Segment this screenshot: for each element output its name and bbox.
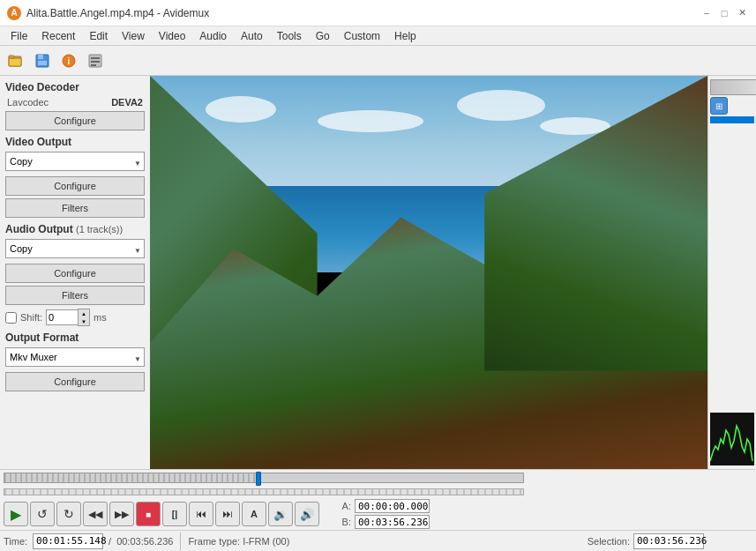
mark-in-button[interactable]: [| bbox=[162, 502, 187, 526]
play-button[interactable]: ▶ bbox=[4, 502, 28, 526]
shift-down-button[interactable]: ▼ bbox=[79, 317, 89, 325]
format-select[interactable]: Mkv Muxer MP4 Muxer AVI Muxer bbox=[5, 347, 145, 367]
mini-progress-bar[interactable] bbox=[710, 79, 756, 95]
left-panel: Video Decoder Lavcodec DEVA2 Configure V… bbox=[0, 76, 150, 469]
a-point-row: A: 00:00:00.000 bbox=[335, 499, 529, 513]
a-label: A: bbox=[335, 501, 351, 511]
audio-filters-button[interactable]: Filters bbox=[5, 286, 145, 305]
shift-spinner: ▲ ▼ bbox=[46, 309, 90, 326]
menu-audio[interactable]: Audio bbox=[192, 26, 234, 46]
timeline-row-1 bbox=[0, 470, 756, 486]
vol-down-button[interactable]: 🔉 bbox=[268, 502, 293, 526]
lavcodec-label: Lavcodec bbox=[7, 97, 49, 108]
audio-output-select[interactable]: Copy AAC MP3 AC3 bbox=[5, 239, 145, 258]
video-area bbox=[150, 76, 707, 469]
transport-controls: ▶ ↺ ↻ ◀◀ ▶▶ ■ [| ⏮ ⏭ A 🔉 🔊 bbox=[0, 498, 756, 530]
save-icon bbox=[34, 53, 50, 69]
cloud3 bbox=[457, 90, 545, 121]
b-time-display: 00:03:56.236 bbox=[355, 515, 430, 529]
close-button[interactable]: ✕ bbox=[735, 6, 749, 20]
svg-rect-9 bbox=[91, 57, 100, 59]
audio-tracks-label: (1 track(s)) bbox=[76, 224, 123, 235]
timeline-fill bbox=[4, 473, 258, 482]
save-button[interactable] bbox=[30, 48, 55, 73]
frame-type-display: Frame type: I-FRM (00) bbox=[188, 536, 289, 547]
prev-frame-button[interactable]: ◀◀ bbox=[83, 502, 108, 526]
cloud1 bbox=[206, 96, 276, 123]
menu-edit[interactable]: Edit bbox=[82, 26, 115, 46]
svg-rect-5 bbox=[38, 61, 47, 65]
shift-row: Shift: ▲ ▼ ms bbox=[5, 309, 145, 326]
video-decoder-configure-button[interactable]: Configure bbox=[5, 111, 145, 130]
spinner-buttons: ▲ ▼ bbox=[78, 309, 90, 326]
fastforward-button[interactable]: ↻ bbox=[56, 502, 81, 526]
title-bar-left: A Alita.Battle.Angel.mp4.mp4 - Avidemux bbox=[7, 6, 209, 20]
menu-custom[interactable]: Custom bbox=[337, 26, 387, 46]
selection-info: Selection: 00:03:56.236 bbox=[588, 533, 752, 549]
svg-rect-1 bbox=[9, 58, 21, 66]
timeline-handle[interactable] bbox=[256, 472, 261, 486]
audio-configure-button[interactable]: Configure bbox=[5, 264, 145, 283]
properties-icon bbox=[87, 53, 103, 69]
app-icon: A bbox=[7, 6, 21, 20]
vol-up-button[interactable]: 🔊 bbox=[295, 502, 319, 526]
next-frame-button[interactable]: ▶▶ bbox=[109, 502, 134, 526]
key-a-button[interactable]: A bbox=[242, 502, 266, 526]
menu-view[interactable]: View bbox=[115, 26, 152, 46]
menu-go[interactable]: Go bbox=[309, 26, 337, 46]
cloud2 bbox=[318, 110, 423, 132]
rewind-button[interactable]: ↺ bbox=[30, 502, 55, 526]
mini-prog-icon[interactable]: ⊞ bbox=[710, 97, 728, 115]
time-label: Time: bbox=[4, 536, 27, 547]
properties-button[interactable] bbox=[83, 48, 108, 73]
waveform-svg bbox=[710, 413, 754, 465]
status-bar: Time: 00:01:55.148 / 00:03:56.236 Frame … bbox=[0, 530, 756, 551]
menu-video[interactable]: Video bbox=[152, 26, 192, 46]
progress-fill bbox=[711, 80, 756, 94]
menu-auto[interactable]: Auto bbox=[234, 26, 270, 46]
next-keyframe-button[interactable]: ⏭ bbox=[215, 502, 240, 526]
bottom-controls: ▶ ↺ ↻ ◀◀ ▶▶ ■ [| ⏮ ⏭ A 🔉 🔊 bbox=[0, 469, 756, 551]
shift-checkbox[interactable] bbox=[5, 312, 17, 324]
info-icon: i bbox=[61, 53, 77, 69]
main-container: Video Decoder Lavcodec DEVA2 Configure V… bbox=[0, 76, 756, 551]
video-filters-button[interactable]: Filters bbox=[5, 198, 145, 218]
selection-time-display: 00:03:56.236 bbox=[633, 533, 704, 549]
waveform-display bbox=[710, 413, 754, 465]
format-configure-button[interactable]: Configure bbox=[5, 372, 145, 391]
mini-progress-area: ⊞ bbox=[710, 79, 754, 123]
selection-label: Selection: bbox=[588, 536, 630, 547]
b-point-row: B: 00:03:56.236 bbox=[335, 515, 529, 529]
shift-value-input[interactable] bbox=[46, 309, 78, 325]
secondary-timeline[interactable] bbox=[4, 488, 524, 495]
menu-recent[interactable]: Recent bbox=[34, 26, 82, 46]
lavcodec-value: DEVA2 bbox=[111, 97, 143, 108]
video-output-select[interactable]: Copy MPEG-4 AVC MPEG-4 ASP FFV1 bbox=[5, 152, 145, 171]
minimize-button[interactable]: − bbox=[700, 6, 714, 20]
svg-rect-2 bbox=[9, 56, 14, 58]
maximize-button[interactable]: □ bbox=[717, 6, 731, 20]
menu-tools[interactable]: Tools bbox=[270, 26, 309, 46]
audio-output-select-wrapper: Copy AAC MP3 AC3 bbox=[5, 239, 145, 261]
menu-file[interactable]: File bbox=[4, 26, 34, 46]
color-indicator bbox=[710, 116, 754, 123]
shift-unit: ms bbox=[94, 312, 107, 323]
cloud4 bbox=[540, 117, 610, 135]
title-bar: A Alita.Battle.Angel.mp4.mp4 - Avidemux … bbox=[0, 0, 756, 26]
b-label: B: bbox=[335, 517, 351, 527]
stop-button[interactable]: ■ bbox=[136, 502, 161, 526]
info-button[interactable]: i bbox=[56, 48, 81, 73]
svg-rect-4 bbox=[38, 55, 43, 59]
svg-text:i: i bbox=[68, 56, 71, 66]
prev-keyframe-button[interactable]: ⏮ bbox=[189, 502, 213, 526]
menu-help[interactable]: Help bbox=[387, 26, 423, 46]
main-timeline[interactable] bbox=[4, 473, 524, 483]
video-output-configure-button[interactable]: Configure bbox=[5, 176, 145, 196]
separator-1 bbox=[180, 532, 181, 550]
svg-rect-10 bbox=[91, 61, 100, 63]
total-time-display: 00:03:56.236 bbox=[116, 536, 173, 547]
time-separator: / bbox=[109, 536, 111, 547]
open-button[interactable] bbox=[4, 48, 28, 73]
window-controls: − □ ✕ bbox=[700, 6, 749, 20]
shift-up-button[interactable]: ▲ bbox=[79, 309, 89, 317]
